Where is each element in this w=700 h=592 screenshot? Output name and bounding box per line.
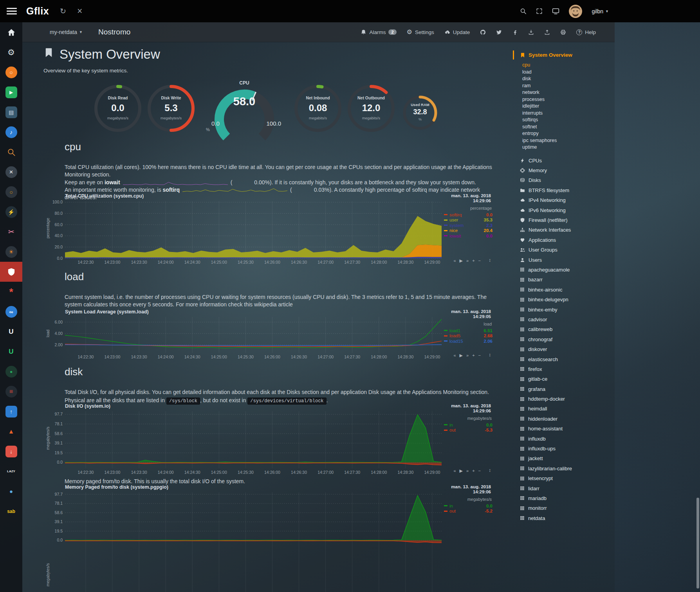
menu-container-home-assistant[interactable]: home-assistant [513, 424, 615, 434]
menu-container-bazarr[interactable]: bazarr [513, 275, 615, 284]
menu-container-hiddenloader[interactable]: hiddenloader [513, 414, 615, 424]
menu-section-users[interactable]: Users [513, 255, 615, 265]
chart-resize-handle[interactable]: ↕ [489, 352, 491, 358]
chart-toolbar-button[interactable]: − [478, 258, 481, 263]
menu-section-firewall-netfilter-[interactable]: Firewall (netfilter) [513, 215, 615, 225]
sidebar-app-home[interactable] [0, 22, 22, 42]
host-dropdown[interactable]: my-netdata▼ [50, 29, 83, 35]
menu-section-system-overview[interactable]: System Overview [513, 50, 615, 59]
chart-plot[interactable]: 0.019.539.158.678.197.714:22:3014:23:001… [42, 491, 445, 592]
sidebar-app-app-gear-orange[interactable]: ☀ [0, 242, 22, 262]
chart-plot[interactable]: 0.019.539.158.678.197.714:22:3014:23:001… [42, 410, 445, 477]
menu-container-mariadb[interactable]: mariadb [513, 493, 615, 503]
chart-resize-handle[interactable]: ↕ [489, 468, 491, 473]
chart-toolbar-button[interactable]: « [453, 468, 456, 473]
nav-settings[interactable]: ⚙Settings [407, 29, 434, 35]
sidebar-app-sabnzbd[interactable]: sab [0, 501, 22, 521]
menu-sub-uptime[interactable]: uptime [522, 144, 615, 151]
menu-container-hddtemp-docker[interactable]: hddtemp-docker [513, 394, 615, 404]
nav-facebook[interactable] [512, 29, 518, 35]
chart-resize-handle[interactable]: ↕ [489, 257, 491, 263]
menu-section-btrfs-filesystem[interactable]: BTRFS filesystem [513, 185, 615, 195]
scrollbar[interactable] [696, 498, 699, 588]
menu-section-applications[interactable]: Applications [513, 235, 615, 245]
legend-nice[interactable]: nice20.4 [444, 228, 493, 234]
chart-toolbar-button[interactable]: ▶ [460, 258, 463, 263]
chart-toolbar-button[interactable]: » [466, 258, 469, 263]
menu-container-calibreweb[interactable]: calibreweb [513, 324, 615, 334]
sidebar-app-app-plex-ring[interactable]: ○ [0, 182, 22, 202]
menu-container-influxdb-ups[interactable]: influxdb-ups [513, 444, 615, 453]
chart-toolbar-button[interactable]: » [466, 468, 469, 473]
menu-section-memory[interactable]: Memory [513, 166, 615, 175]
menu-container-monitorr[interactable]: monitorr [513, 503, 615, 513]
sidebar-app-netdata[interactable] [0, 262, 22, 282]
legend-in[interactable]: in0.0 [444, 422, 493, 428]
menu-section-ipv6-networking[interactable]: IPv6 Networking [513, 205, 615, 215]
sidebar-app-app-scissors[interactable]: ✂ [0, 222, 22, 242]
menu-container-apacheguacamole[interactable]: apacheguacamole [513, 265, 615, 275]
menu-container-netdata[interactable]: netdata [513, 513, 615, 523]
search-icon[interactable] [520, 8, 527, 14]
menu-container-firefox[interactable]: firefox [513, 364, 615, 374]
nav-update[interactable]: Update [444, 29, 470, 35]
menu-container-grafana[interactable]: grafana [513, 384, 615, 394]
sidebar-app-app-close-circle[interactable]: × [0, 162, 22, 182]
chart-toolbar-button[interactable]: « [453, 258, 456, 263]
chart-toolbar-button[interactable]: − [478, 468, 481, 473]
menu-section-cpus[interactable]: CPUs [513, 156, 615, 166]
refresh-icon[interactable]: ↻ [60, 7, 66, 15]
menu-container-influxdb[interactable]: influxdb [513, 434, 615, 443]
menu-container-binhex-emby[interactable]: binhex-emby [513, 304, 615, 314]
legend-load15[interactable]: load152.06 [444, 338, 493, 344]
menu-section-disks[interactable]: Disks [513, 175, 615, 185]
chart-toolbar-button[interactable]: » [466, 353, 469, 358]
sidebar-app-app-green-dot[interactable]: ● [0, 362, 22, 381]
sidebar-app-app-unifi[interactable]: U [0, 322, 22, 342]
chart-toolbar-button[interactable]: + [472, 353, 474, 358]
menu-container-heimdall[interactable]: heimdall [513, 404, 615, 414]
sidebar-app-app-stack[interactable]: ▤ [0, 102, 22, 122]
menu-sub-idlejitter[interactable]: idlejitter [522, 103, 615, 110]
sidebar-app-gitlab[interactable]: ▲ [0, 421, 22, 441]
chart-toolbar-button[interactable]: − [478, 353, 481, 358]
display-icon[interactable] [552, 7, 559, 15]
legend-load5[interactable]: load52.68 [444, 333, 493, 339]
fullscreen-icon[interactable] [536, 8, 543, 14]
menu-section-network-interfaces[interactable]: Network Interfaces [513, 225, 615, 235]
menu-container-binhex-airsonic[interactable]: binhex-airsonic [513, 285, 615, 295]
chart-toolbar-button[interactable]: ▶ [460, 468, 463, 473]
chart-toolbar-button[interactable]: + [472, 468, 474, 473]
legend-out[interactable]: out-5.3 [444, 428, 493, 433]
sidebar-app-app-drop[interactable]: ● [0, 481, 22, 501]
sidebar-app-app-green-play[interactable]: ▶ [0, 82, 22, 102]
legend-system[interactable]: system2.3 [444, 223, 493, 228]
sidebar-app-app-orange-ring[interactable]: ○ [0, 62, 22, 82]
legend-softirq[interactable]: softirq0.0 [444, 212, 493, 218]
menu-container-gitlab-ce[interactable]: gitlab-ce [513, 374, 615, 384]
nav-print[interactable] [560, 29, 566, 35]
user-menu[interactable]: gilbn▼ [592, 8, 609, 14]
nav-upload[interactable] [544, 29, 550, 35]
menu-sub-disk[interactable]: disk [522, 76, 615, 83]
menu-container-chronograf[interactable]: chronograf [513, 335, 615, 344]
legend-in[interactable]: in0.0 [444, 503, 493, 509]
legend-user[interactable]: user35.3 [444, 218, 493, 223]
menu-container-binhex-delugevpn[interactable]: binhex-delugevpn [513, 295, 615, 304]
nav-download[interactable] [528, 29, 534, 35]
menu-container-letsencrypt[interactable]: letsencrypt [513, 473, 615, 483]
legend-load1[interactable]: load16.51 [444, 328, 493, 333]
menu-sub-processes[interactable]: processes [522, 96, 615, 103]
sidebar-app-app-music[interactable]: ♪ [0, 122, 22, 142]
menu-sub-ipc-semaphores[interactable]: ipc semaphores [522, 137, 615, 144]
sidebar-app-settings[interactable]: ⚙ [0, 42, 22, 62]
menu-sub-cpu[interactable]: cpu [522, 62, 615, 69]
menu-sub-softirqs[interactable]: softirqs [522, 117, 615, 124]
sidebar-app-app-down-arrow[interactable]: ↓ [0, 441, 22, 461]
sidebar-app-app-blue-dots[interactable]: ∞ [0, 302, 22, 322]
menu-container-lidarr[interactable]: lidarr [513, 483, 615, 493]
legend-out[interactable]: out-5.2 [444, 509, 493, 514]
chart-plot[interactable]: 0.020.040.060.080.0100.014:22:3014:23:00… [42, 200, 445, 267]
sidebar-app-app-bolt[interactable]: ⚡ [0, 202, 22, 222]
nav-help[interactable]: ?Help [576, 29, 596, 35]
